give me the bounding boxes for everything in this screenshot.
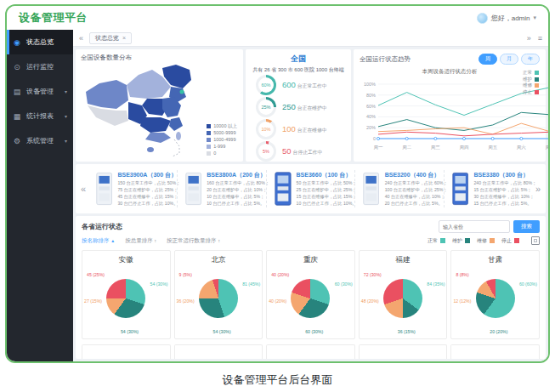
svg-text:100%: 100% <box>364 82 376 87</box>
main-area: « 状态总览 × » ≡ 全国设备数量分布 <box>73 30 548 361</box>
tab-label: 状态总览 <box>95 34 119 43</box>
sidebar-item-system[interactable]: ⚙ 系统管理 ▾ <box>7 128 73 153</box>
legend-swatch <box>207 138 211 142</box>
device-name: BSE3900A（300 台） <box>117 171 173 179</box>
device-stat-line: 20 台已停止工作，占比 5%。 <box>385 200 440 207</box>
user-menu[interactable]: 您好，admin ▾ <box>477 13 536 24</box>
provinces-panel: 各省运行状态 搜索 按名称排序 ▲ 按总量排序 ↕ 按正常运行数量排序 ↕ 正常… <box>76 216 546 359</box>
device-stat-line: 30 台已停止工作，占比 10%。 <box>117 200 173 207</box>
sidebar-item-status-overview[interactable]: ◉ 状态总览 <box>7 30 73 54</box>
sidebar-item-run-monitor[interactable]: ⊙ 运行监控 <box>7 54 73 79</box>
device-stat-line: 240 台正常工作中，占比 80%； <box>473 179 529 186</box>
province-pie-chart <box>476 279 515 318</box>
search-button[interactable]: 搜索 <box>513 220 540 233</box>
ring-gauge: 25% <box>256 97 276 117</box>
map-legend-item: 0 <box>207 150 237 156</box>
sort-asc-icon: ▲ <box>110 238 115 243</box>
tab-status-overview[interactable]: 状态总览 × <box>89 32 132 44</box>
chevron-down-icon: ▾ <box>65 138 67 144</box>
sort-icon: ↕ <box>218 238 220 243</box>
device-card[interactable]: BSE3660（100 台） 50 台正常工作中，占比 50%； 25 台正在维… <box>266 170 355 207</box>
pie-label-repair: 48 (20%) <box>361 298 379 304</box>
legend-label: 维修 <box>477 237 487 245</box>
device-info: BSE3200（400 台） 240 台正常工作中，占比 60%； 100 台正… <box>385 171 440 207</box>
device-stat-line: 75 台正在维护中，占比 25%； <box>117 186 173 193</box>
pie-label-stop: 45 (25%) <box>87 272 105 277</box>
sidebar-item-label: 设备管理 <box>26 87 54 96</box>
pie-label-repair: 36 (20%) <box>177 298 195 304</box>
device-name: BSE3380（300 台） <box>473 171 529 179</box>
device-card[interactable]: BSE3380（300 台） 240 台正常工作中，占比 80%； 15 台正在… <box>444 170 533 207</box>
province-pie-card <box>266 344 355 359</box>
province-search-input[interactable] <box>439 220 510 233</box>
kiosk-device-image <box>95 170 113 207</box>
pie-label-maintain: 20 (20%) <box>490 329 507 334</box>
svg-text:周一: 周一 <box>374 145 384 150</box>
map-legend-item: 1-999 <box>207 143 237 150</box>
sort-by-total[interactable]: 按总量排序 ↕ <box>125 237 156 245</box>
device-stat-line: 25 台正在维护中，占比 25%； <box>297 186 352 193</box>
pie-label-normal: 60 (30%) <box>335 281 353 287</box>
device-info: BSE3660（100 台） 50 台正常工作中，占比 50%； 25 台正在维… <box>297 171 352 207</box>
device-card[interactable]: BSE3800A（200 台） 160 台正常工作中，占比 80%； 20 台正… <box>177 170 266 207</box>
pie-label-stop: 8 (8%) <box>456 272 468 277</box>
pie-label-normal: 60 (60%) <box>519 281 537 287</box>
map-legend: 10000 以上 5000-9999 1000-4999 1-999 0 <box>207 122 237 156</box>
legend-label: 1000-4999 <box>213 136 235 143</box>
sort-by-name[interactable]: 按名称排序 ▲ <box>82 237 115 245</box>
map-legend-item: 1000-4999 <box>207 136 237 143</box>
more-tabs-icon[interactable]: » <box>527 34 531 43</box>
province-pie-card[interactable]: 安徽 54 (30%) 54 (30%) 27 (15%) 45 (25%) <box>82 250 171 339</box>
content: 全国设备数量分布 <box>73 47 548 361</box>
legend-item: 维护 <box>523 77 539 83</box>
legend-swatch <box>514 238 519 243</box>
pie-label-maintain: 60 (30%) <box>305 329 323 334</box>
range-year-button[interactable]: 年 <box>521 54 540 65</box>
stat-text: 600台正常工作中 <box>282 80 327 90</box>
svg-text:0: 0 <box>373 136 376 141</box>
menu-icon[interactable]: ≡ <box>538 34 542 43</box>
trend-title: 全国运行状态趋势 <box>360 55 411 64</box>
sidebar: ◉ 状态总览 ⊙ 运行监控 ▤ 设备管理 ▾ ▦ 统计报表 ▾ ⚙ 系统管理 ▾ <box>7 30 73 361</box>
province-pie-card[interactable]: 福建 84 (35%) 36 (15%) 48 (20%) 72 (30%) <box>359 250 448 339</box>
carousel-next-icon[interactable]: » <box>533 184 543 194</box>
map-panel: 全国设备数量分布 <box>76 49 243 162</box>
legend-swatch <box>207 145 211 149</box>
device-stat-line: 15 台正在维护中，占比 5%； <box>473 186 529 193</box>
svg-text:20%: 20% <box>366 125 376 130</box>
national-stats-panel: 全国 共有 26 省 300 市 600 医院 1000 台终端 60% 600… <box>246 49 351 162</box>
province-pie-card[interactable]: 甘肃 60 (60%) 20 (20%) 12 (12%) 8 (8%) <box>450 250 540 339</box>
sort-by-normal-count[interactable]: 按正常运行数量排序 ↕ <box>167 237 220 245</box>
sidebar-item-device-manage[interactable]: ▤ 设备管理 ▾ <box>7 79 73 104</box>
close-icon[interactable]: × <box>122 35 126 41</box>
collapse-sidebar-icon[interactable]: « <box>79 34 83 43</box>
legend-swatch <box>207 131 211 135</box>
device-info: BSE3900A（300 台） 150 台正常工作中，占比 50%； 75 台正… <box>117 171 173 207</box>
device-card[interactable]: BSE3900A（300 台） 150 台正常工作中，占比 50%； 75 台正… <box>88 170 177 207</box>
map-legend-item: 10000 以上 <box>207 122 237 129</box>
device-stat-line: 45 台正在维修中，占比 15%； <box>117 193 173 200</box>
ring-gauge: 10% <box>256 119 276 139</box>
range-month-button[interactable]: 月 <box>500 54 518 65</box>
chevron-down-icon: ▾ <box>65 113 67 119</box>
legend-swatch <box>535 90 539 94</box>
province-pie-card[interactable]: 北京 81 (45%) 54 (30%) 36 (20%) 9 (5%) <box>174 250 263 339</box>
carousel-prev-icon[interactable]: « <box>78 184 88 194</box>
kiosk-device-image <box>362 170 380 207</box>
device-stat-line: 10 台正在维修中，占比 5%； <box>207 193 262 200</box>
stat-row-normal: 60% 600台正常工作中 <box>246 74 351 96</box>
legend-label: 维修 <box>523 82 532 89</box>
pie-label-maintain: 54 (30%) <box>121 329 139 334</box>
province-pie-chart <box>291 279 330 318</box>
svg-text:60%: 60% <box>366 104 376 109</box>
device-card[interactable]: BSE3200（400 台） 240 台正常工作中，占比 60%； 100 台正… <box>354 170 444 207</box>
legend-swatch <box>440 238 445 243</box>
province-pie-card[interactable]: 重庆 60 (30%) 60 (30%) 40 (20%) 40 (20%) <box>266 250 355 339</box>
fullscreen-icon[interactable] <box>531 236 540 245</box>
legend-item: 正常 <box>523 70 539 77</box>
stat-text: 50台停止工作中 <box>282 146 322 156</box>
ring-gauge: 60% <box>256 75 276 95</box>
range-week-button[interactable]: 周 <box>479 54 497 65</box>
sidebar-item-report[interactable]: ▦ 统计报表 ▾ <box>7 104 73 128</box>
map-panel-title: 全国设备数量分布 <box>81 54 238 62</box>
